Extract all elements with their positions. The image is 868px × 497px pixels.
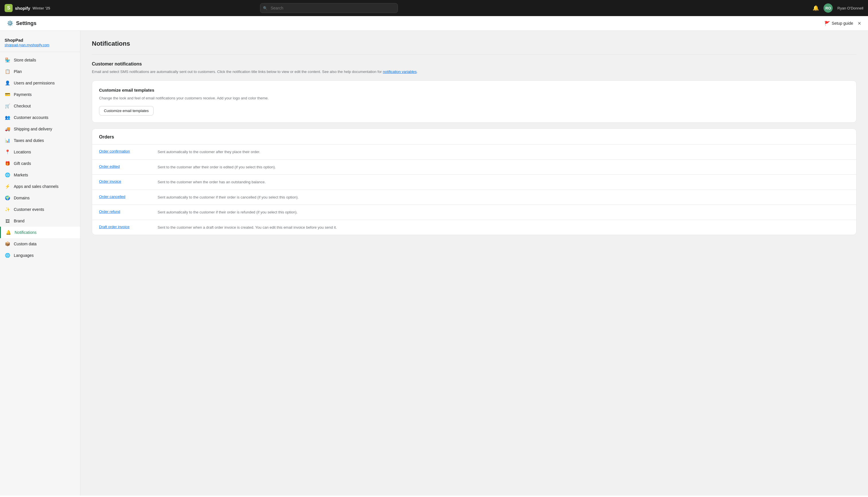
settings-header-right: 🚩 Setup guide × (824, 20, 861, 26)
checkout-icon: 🛒 (4, 103, 10, 109)
shopify-label: shopify (15, 6, 30, 11)
sidebar-shop-info: ShopPad shoppad-ryan.myshopify.com (0, 36, 80, 52)
brand-icon: 🖼 (4, 218, 10, 224)
sidebar-item-label: Languages (14, 253, 33, 258)
customize-email-card: Customize email templates Change the loo… (92, 81, 856, 123)
customer-accounts-icon: 👥 (4, 115, 10, 120)
sidebar-item-label: Payments (14, 92, 32, 97)
customize-card-title: Customize email templates (99, 88, 849, 93)
sidebar-item-label: Locations (14, 150, 31, 154)
sidebar-item-label: Plan (14, 69, 22, 74)
customize-email-templates-button[interactable]: Customize email templates (99, 106, 153, 115)
sidebar-item-label: Gift cards (14, 161, 31, 166)
order-refund-link[interactable]: Order refund (99, 210, 151, 214)
taxes-duties-icon: 📊 (4, 138, 10, 143)
domains-icon: 🌍 (4, 195, 10, 201)
notification-row-draft-order-invoice: Draft order invoice Sent to the customer… (92, 220, 856, 235)
close-button[interactable]: × (858, 20, 861, 26)
sidebar-item-custom-data[interactable]: 📦 Custom data (0, 238, 80, 250)
sidebar: ShopPad shoppad-ryan.myshopify.com 🏪 Sto… (0, 31, 80, 496)
order-edited-link[interactable]: Order edited (99, 164, 151, 169)
order-cancelled-link[interactable]: Order cancelled (99, 195, 151, 199)
notifications-icon: 🔔 (5, 229, 11, 235)
sidebar-item-domains[interactable]: 🌍 Domains (0, 192, 80, 204)
sidebar-item-languages[interactable]: 🌐 Languages (0, 250, 80, 261)
markets-icon: 🌐 (4, 172, 10, 178)
sidebar-item-store-details[interactable]: 🏪 Store details (0, 54, 80, 66)
plan-icon: 📋 (4, 69, 10, 74)
notifications-bell-icon[interactable]: 🔔 (813, 5, 819, 11)
sidebar-item-label: Custom data (14, 242, 36, 246)
order-edited-desc: Sent to the customer after their order i… (158, 164, 276, 170)
setup-guide-button[interactable]: 🚩 Setup guide (824, 21, 853, 26)
settings-header-left: ⚙️ Settings (7, 20, 36, 26)
sidebar-item-gift-cards[interactable]: 🎁 Gift cards (0, 158, 80, 169)
sidebar-item-label: Checkout (14, 104, 31, 108)
sidebar-shop-url[interactable]: shoppad-ryan.myshopify.com (4, 43, 49, 47)
sidebar-item-users-permissions[interactable]: 👤 Users and permissions (0, 77, 80, 89)
sidebar-shop-name: ShopPad (4, 38, 75, 43)
settings-title: Settings (16, 20, 36, 26)
topbar: S shopify Winter '25 🔔 RO Ryan O'Donnell (0, 0, 868, 16)
notification-row-order-edited: Order edited Sent to the customer after … (92, 159, 856, 175)
sidebar-item-apps-sales-channels[interactable]: ⚡ Apps and sales channels (0, 181, 80, 192)
order-invoice-link[interactable]: Order invoice (99, 179, 151, 184)
sidebar-item-notifications[interactable]: 🔔 Notifications (0, 227, 80, 238)
sidebar-item-markets[interactable]: 🌐 Markets (0, 169, 80, 181)
languages-icon: 🌐 (4, 253, 10, 258)
sidebar-item-locations[interactable]: 📍 Locations (0, 146, 80, 158)
section-divider (92, 54, 856, 55)
sidebar-item-label: Notifications (15, 230, 36, 235)
sidebar-item-plan[interactable]: 📋 Plan (0, 66, 80, 77)
sidebar-item-taxes-duties[interactable]: 📊 Taxes and duties (0, 135, 80, 146)
notification-row-order-confirmation: Order confirmation Sent automatically to… (92, 144, 856, 159)
settings-window: ⚙️ Settings 🚩 Setup guide × ShopPad shop… (0, 16, 868, 497)
draft-order-invoice-desc: Sent to the customer when a draft order … (158, 225, 337, 230)
sidebar-item-label: Taxes and duties (14, 138, 44, 143)
sidebar-item-label: Brand (14, 218, 25, 223)
main-content: Notifications Customer notifications Ema… (80, 31, 868, 496)
store-details-icon: 🏪 (4, 57, 10, 63)
sidebar-item-checkout[interactable]: 🛒 Checkout (0, 100, 80, 112)
notification-variables-link[interactable]: notification variables (383, 70, 417, 74)
topbar-logo: S shopify Winter '25 (4, 4, 50, 12)
gift-cards-icon: 🎁 (4, 160, 10, 166)
customer-notifications-desc: Email and select SMS notifications are a… (92, 69, 856, 75)
customer-notifications-heading: Customer notifications (92, 61, 856, 67)
order-cancelled-desc: Sent automatically to the customer if th… (158, 195, 298, 200)
notification-row-order-cancelled: Order cancelled Sent automatically to th… (92, 189, 856, 205)
sidebar-item-label: Shipping and delivery (14, 127, 52, 131)
users-permissions-icon: 👤 (4, 80, 10, 86)
locations-icon: 📍 (4, 149, 10, 155)
orders-card: Orders Order confirmation Sent automatic… (92, 128, 856, 235)
sidebar-item-customer-accounts[interactable]: 👥 Customer accounts (0, 112, 80, 123)
sidebar-item-label: Store details (14, 58, 36, 62)
custom-data-icon: 📦 (4, 241, 10, 247)
sidebar-item-brand[interactable]: 🖼 Brand (0, 215, 80, 227)
orders-title: Orders (99, 134, 849, 140)
avatar[interactable]: RO (824, 3, 833, 13)
customer-events-icon: ✨ (4, 207, 10, 212)
order-confirmation-link[interactable]: Order confirmation (99, 149, 151, 153)
shopify-logo-icon: S (4, 4, 13, 12)
notification-row-order-refund: Order refund Sent automatically to the c… (92, 204, 856, 220)
sidebar-item-payments[interactable]: 💳 Payments (0, 89, 80, 100)
sidebar-item-shipping-delivery[interactable]: 🚚 Shipping and delivery (0, 123, 80, 135)
topbar-right: 🔔 RO Ryan O'Donnell (813, 3, 864, 13)
topbar-store-name: Winter '25 (32, 6, 50, 10)
flag-icon: 🚩 (824, 21, 830, 26)
setup-guide-label: Setup guide (832, 21, 853, 26)
settings-header: ⚙️ Settings 🚩 Setup guide × (0, 16, 868, 31)
sidebar-item-label: Apps and sales channels (14, 184, 59, 189)
shipping-delivery-icon: 🚚 (4, 126, 10, 132)
order-confirmation-desc: Sent automatically to the customer after… (158, 149, 260, 155)
settings-body: ShopPad shoppad-ryan.myshopify.com 🏪 Sto… (0, 31, 868, 496)
draft-order-invoice-link[interactable]: Draft order invoice (99, 225, 151, 229)
customize-card-desc: Change the look and feel of email notifi… (99, 95, 849, 101)
order-refund-desc: Sent automatically to the customer if th… (158, 210, 298, 215)
settings-gear-icon: ⚙️ (7, 20, 13, 26)
page-title: Notifications (92, 40, 856, 47)
sidebar-item-customer-events[interactable]: ✨ Customer events (0, 204, 80, 215)
topbar-search-container (260, 3, 398, 13)
search-input[interactable] (260, 3, 398, 13)
